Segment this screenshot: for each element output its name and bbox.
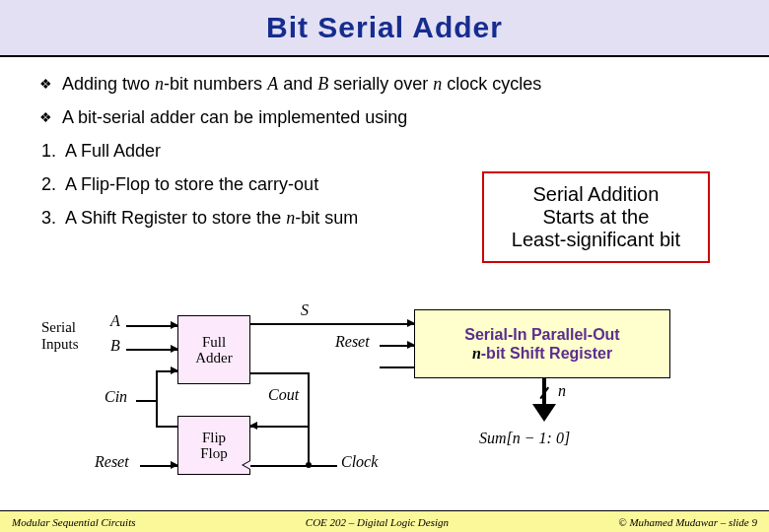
- b1-t2: -bit numbers: [164, 74, 267, 94]
- callout-l1: Serial Addition: [512, 183, 680, 206]
- label-S: S: [301, 301, 309, 319]
- n1-text: A Full Adder: [65, 141, 161, 161]
- n3-n: n: [286, 208, 295, 228]
- diagram: SerialInputs A B Full Adder S Reset Seri…: [49, 315, 720, 493]
- callout-l2: Starts at the: [512, 206, 680, 229]
- wire-clk-sr: [380, 366, 414, 368]
- b1-n2: n: [433, 74, 442, 94]
- title-band: Bit Serial Adder: [0, 0, 769, 57]
- n3-post: -bit sum: [295, 208, 358, 228]
- fa-label: Full Adder: [195, 334, 233, 366]
- wire-cout-h: [250, 372, 310, 374]
- label-B: B: [110, 337, 120, 355]
- sr-line2: -bit Shift Register: [481, 345, 612, 362]
- num-item-1: 1. A Full Adder: [41, 138, 730, 166]
- wire-reset-ff: [140, 465, 177, 467]
- bus-arrow-icon: [532, 404, 556, 422]
- callout-l3: Least-significant bit: [512, 229, 680, 251]
- footer-right: © Muhamed Mudawar – slide 9: [618, 516, 757, 528]
- wire-clk-junction: [308, 426, 310, 465]
- wire-ff-q-v: [156, 400, 158, 428]
- diamond-icon: ❖: [39, 76, 52, 92]
- label-bus-n: n: [558, 382, 566, 400]
- label-reset-sr: Reset: [335, 333, 370, 351]
- b2-text: A bit-serial adder can be implemented us…: [62, 107, 407, 127]
- callout-box: Serial Addition Starts at the Least-sign…: [482, 171, 710, 263]
- ff-label: Flip Flop: [200, 430, 228, 462]
- footer-left: Modular Sequential Circuits: [12, 516, 135, 528]
- label-sum: Sum[n − 1: 0]: [479, 430, 570, 447]
- flip-flop-box: Flip Flop: [177, 416, 250, 475]
- shift-register-box: Serial-In Parallel-Out n-bit Shift Regis…: [414, 309, 670, 378]
- wire-b: [126, 349, 177, 351]
- wire-cin-h: [136, 400, 158, 402]
- b1-t5: clock cycles: [442, 74, 541, 94]
- wire-s: [250, 323, 414, 325]
- wire-cin-in: [156, 370, 177, 372]
- n2-text: A Flip-Flop to store the carry-out: [65, 174, 318, 194]
- wire-ff-q-h: [156, 426, 177, 428]
- label-clock: Clock: [341, 453, 378, 471]
- label-reset-ff: Reset: [95, 453, 129, 471]
- full-adder-box: Full Adder: [177, 315, 250, 384]
- b1-B: B: [317, 74, 328, 94]
- slide-title: Bit Serial Adder: [266, 11, 503, 44]
- b1-t4: serially over: [328, 74, 433, 94]
- wire-cout-in-ff: [250, 426, 310, 428]
- b1-t1: Adding two: [62, 74, 155, 94]
- bullet-2: ❖ A bit-serial adder can be implemented …: [39, 104, 730, 132]
- wire-cout-v: [308, 372, 310, 426]
- b1-t3: and: [278, 74, 317, 94]
- label-cout: Cout: [268, 386, 299, 404]
- serial-inputs-label: SerialInputs: [41, 319, 79, 354]
- b1-A: A: [267, 74, 278, 94]
- wire-clk-ff: [250, 465, 337, 467]
- bullet-1: ❖ Adding two n-bit numbers A and B seria…: [39, 71, 730, 99]
- wire-reset-sr: [380, 345, 414, 347]
- n3-pre: A Shift Register to store the: [65, 208, 286, 228]
- sr-n: n: [472, 345, 481, 362]
- label-A: A: [110, 312, 120, 330]
- ff-clk-tri-inner: [244, 461, 250, 469]
- wire-cin-v: [156, 370, 158, 400]
- diamond-icon: ❖: [39, 109, 52, 125]
- sr-line1: Serial-In Parallel-Out: [464, 325, 619, 344]
- b1-n1: n: [155, 74, 164, 94]
- footer-center: COE 202 – Digital Logic Design: [306, 516, 449, 528]
- label-cin: Cin: [105, 388, 127, 406]
- wire-a: [126, 325, 177, 327]
- footer: Modular Sequential Circuits COE 202 – Di…: [0, 510, 769, 532]
